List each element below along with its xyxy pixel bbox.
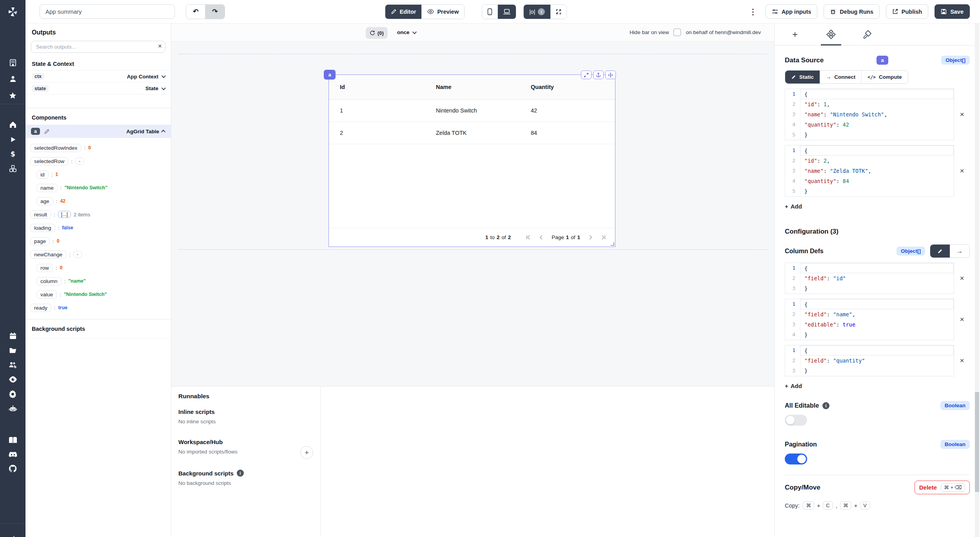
tab-component-settings[interactable]: [823, 24, 839, 45]
sidebar-item-settings[interactable]: [0, 387, 25, 401]
sidebar-item-user[interactable]: [0, 72, 25, 85]
discord-icon[interactable]: [0, 448, 25, 461]
sidebar-item-groups[interactable]: [0, 358, 25, 372]
tab-styling[interactable]: [859, 24, 875, 45]
mobile-view-button[interactable]: [482, 5, 497, 19]
remove-item-button[interactable]: ×: [954, 356, 970, 365]
json-editor[interactable]: 1{2"id": 2,3"name": "Zelda TOTK",4"quant…: [785, 145, 954, 197]
collapse-sidebar-button[interactable]: [0, 532, 25, 537]
search-outputs-input[interactable]: [31, 41, 165, 53]
output-key-chip[interactable]: row: [36, 264, 53, 272]
prev-page-icon[interactable]: [539, 235, 544, 240]
table-cell[interactable]: 1: [329, 107, 425, 114]
refresh-components-button[interactable]: (0): [366, 27, 388, 39]
table-cell[interactable]: 42: [520, 107, 615, 114]
more-menu-button[interactable]: ⋮: [747, 7, 759, 16]
remove-item-button[interactable]: ×: [954, 110, 970, 119]
expand-component-button[interactable]: [581, 71, 592, 79]
json-editor[interactable]: 1{2"field": "quantity"3}: [785, 345, 954, 376]
scrollbar-thumb[interactable]: [975, 392, 979, 492]
connect-mode-button[interactable]: →: [950, 245, 969, 258]
desktop-view-button[interactable]: [497, 5, 516, 19]
github-icon[interactable]: [0, 462, 25, 475]
last-page-icon[interactable]: [601, 235, 606, 240]
debug-runs-button[interactable]: Debug Runs: [824, 4, 879, 19]
sidebar-item-resources[interactable]: [0, 162, 25, 175]
app-canvas[interactable]: a IdNameQuantity 1Nintendo Switch42: [171, 42, 774, 386]
publish-button[interactable]: Publish: [886, 4, 928, 19]
next-page-icon[interactable]: [588, 235, 593, 240]
tab-static[interactable]: Static: [785, 71, 820, 83]
table-row[interactable]: 2Zelda TOTK84: [329, 122, 615, 144]
pencil-icon[interactable]: [44, 129, 50, 134]
output-value-collapsed[interactable]: -: [75, 158, 84, 165]
sidebar-item-audit-logs[interactable]: [0, 373, 25, 386]
save-button[interactable]: Save: [935, 4, 970, 19]
table-row[interactable]: 1Nintendo Switch42: [329, 100, 615, 122]
resize-handle[interactable]: [611, 242, 614, 246]
sidebar-item-docs[interactable]: [0, 434, 25, 447]
output-key-chip[interactable]: selectedRowIndex: [30, 144, 81, 152]
delete-component-button[interactable]: Delete ⌘ + ⌫: [915, 481, 970, 494]
json-editor[interactable]: 1{2"field": "name",3"editable": true4}: [785, 299, 954, 340]
output-key-chip[interactable]: ready: [30, 304, 51, 312]
json-editor[interactable]: 1{2"id": 1,3"name": "Nintendo Switch",4"…: [785, 89, 954, 140]
hide-bar-checkbox[interactable]: [673, 29, 681, 36]
remove-item-button[interactable]: ×: [954, 274, 970, 283]
table-cell[interactable]: Zelda TOTK: [425, 130, 520, 136]
clear-search-icon[interactable]: ×: [158, 42, 162, 50]
sidebar-item-schedules[interactable]: [0, 329, 25, 343]
anchor-component-button[interactable]: [593, 71, 604, 79]
column-header[interactable]: Name: [425, 84, 520, 90]
sidebar-item-folders[interactable]: [0, 344, 25, 357]
aggrid-table-component[interactable]: a IdNameQuantity 1Nintendo Switch42: [328, 74, 615, 247]
tab-insert-component[interactable]: +: [787, 24, 803, 45]
remove-item-button[interactable]: ×: [954, 167, 970, 175]
output-key-chip[interactable]: column: [36, 277, 62, 285]
output-key-chip[interactable]: selectedRow: [30, 157, 68, 165]
output-value-collapsed[interactable]: -: [73, 251, 82, 258]
sidebar-item-runs[interactable]: [0, 133, 25, 146]
table-cell[interactable]: 84: [520, 130, 615, 136]
output-key-chip[interactable]: age: [36, 197, 53, 205]
tab-compute[interactable]: </> Compute: [861, 71, 907, 83]
first-page-icon[interactable]: [526, 235, 531, 240]
windmill-logo[interactable]: [0, 0, 25, 24]
table-cell[interactable]: Nintendo Switch: [425, 107, 520, 114]
output-key-chip[interactable]: name: [36, 184, 58, 192]
column-header[interactable]: Quantity: [520, 84, 615, 90]
schema-explorer-button[interactable]: |o| i: [524, 5, 550, 19]
sidebar-item-ai[interactable]: [0, 402, 25, 415]
ctx-row[interactable]: ctx App Context: [25, 70, 171, 82]
add-column-def-button[interactable]: +Add: [785, 383, 802, 389]
tab-editor[interactable]: Editor: [385, 5, 422, 19]
tab-preview[interactable]: Preview: [421, 5, 464, 19]
undo-button[interactable]: ↶: [186, 5, 205, 19]
output-value-array[interactable]: [...]: [58, 211, 71, 218]
app-summary-input[interactable]: [40, 4, 175, 19]
state-row[interactable]: state State: [25, 82, 171, 94]
move-component-button[interactable]: [605, 71, 616, 79]
component-list-item[interactable]: a AgGrid Table: [25, 125, 171, 138]
sidebar-item-home[interactable]: [0, 118, 25, 131]
sidebar-item-workspace[interactable]: [0, 56, 25, 69]
output-key-chip[interactable]: newChange: [30, 250, 66, 259]
redo-button[interactable]: ↷: [205, 5, 224, 19]
column-header[interactable]: Id: [329, 84, 425, 90]
table-cell[interactable]: 2: [329, 130, 425, 136]
refresh-mode-dropdown[interactable]: once: [397, 29, 416, 35]
add-data-row-button[interactable]: +Add: [785, 203, 802, 210]
sidebar-item-variables[interactable]: $: [0, 147, 25, 161]
output-key-chip[interactable]: result: [30, 210, 51, 219]
edit-mode-button[interactable]: [930, 245, 950, 258]
fullscreen-button[interactable]: [550, 5, 566, 19]
tab-connect[interactable]: → Connect: [820, 71, 862, 83]
pagination-toggle[interactable]: [785, 454, 807, 464]
output-key-chip[interactable]: value: [36, 290, 57, 299]
json-editor[interactable]: 1{2"field": "id"3}: [785, 263, 954, 294]
output-key-chip[interactable]: id: [36, 171, 49, 179]
add-background-script-button[interactable]: +: [300, 446, 313, 459]
all-editable-toggle[interactable]: [785, 415, 807, 426]
output-key-chip[interactable]: page: [30, 237, 50, 245]
remove-item-button[interactable]: ×: [954, 315, 970, 324]
